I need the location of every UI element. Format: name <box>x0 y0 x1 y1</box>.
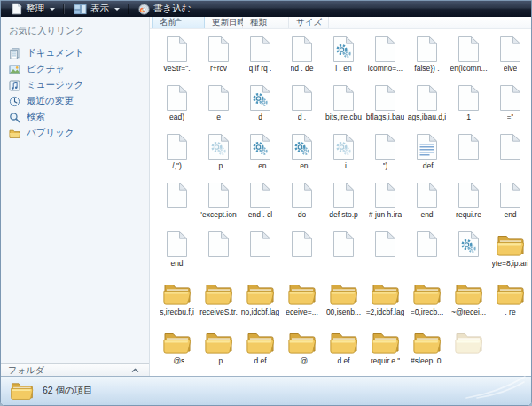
file-item[interactable]: veStr=". <box>156 34 198 82</box>
file-item[interactable]: bflags,i.bau <box>364 82 406 131</box>
file-item[interactable] <box>448 131 489 180</box>
folder-icon <box>10 380 34 402</box>
sidebar-item-documents[interactable]: ドキュメント <box>9 45 149 61</box>
file-item[interactable]: receiveS.tr. <box>198 277 239 326</box>
sidebar-item-pictures[interactable]: ピクチャ <box>9 61 149 77</box>
file-item[interactable] <box>239 229 281 277</box>
file-name: . p <box>215 161 223 170</box>
file-item[interactable]: false}) . <box>406 34 448 82</box>
file-item[interactable]: no,idcbf.lag <box>239 277 281 326</box>
file-item[interactable] <box>323 229 364 277</box>
file-item[interactable]: =2,idcbf.lag <box>364 277 406 326</box>
file-item[interactable]: icomno=... <box>364 34 406 82</box>
folder-icon <box>412 277 442 307</box>
file-item[interactable]: d.ef <box>323 326 364 375</box>
file-item[interactable]: . @s <box>156 326 198 375</box>
sidebar-item-recent-changes[interactable]: 最近の変更 <box>9 93 149 109</box>
file-item[interactable]: e <box>198 82 239 131</box>
file-item[interactable]: r+rcv <box>198 34 239 82</box>
file-item[interactable]: # jun h.ira <box>364 180 406 229</box>
folder-icon <box>287 277 317 307</box>
file-name: /,") <box>172 161 182 170</box>
doc-icon <box>249 229 271 258</box>
column-header-date-modified[interactable]: 更新日時 <box>205 17 243 28</box>
sidebar-item-search[interactable]: 検索 <box>9 109 149 125</box>
file-item[interactable]: #sleep. 0. <box>406 326 448 375</box>
file-item[interactable]: nd . de <box>281 34 323 82</box>
column-header-type[interactable]: 種類 <box>243 17 289 28</box>
file-item[interactable]: . @ <box>281 326 323 375</box>
file-item[interactable]: end <box>489 180 531 229</box>
doc-icon <box>207 82 230 112</box>
folders-bar[interactable]: フォルダ <box>1 363 149 376</box>
file-item[interactable]: . p <box>198 131 239 180</box>
file-item[interactable]: s,irecbu.f,i <box>156 277 198 326</box>
file-name: e <box>216 113 221 121</box>
column-header-size[interactable]: サイズ <box>289 17 329 28</box>
file-item[interactable]: requir.e " <box>364 326 406 375</box>
doc-icon <box>458 131 480 160</box>
file-item[interactable]: eceive=... <box>281 277 323 326</box>
folder-icon <box>246 326 275 355</box>
file-item[interactable] <box>281 229 323 277</box>
file-item[interactable]: ") <box>364 131 406 180</box>
file-item[interactable]: . i <box>323 131 364 180</box>
file-item[interactable]: . p <box>198 326 239 375</box>
file-item[interactable] <box>198 229 239 277</box>
file-item[interactable]: do <box>281 180 323 229</box>
file-item[interactable]: ags,ibau.d,i <box>406 82 448 131</box>
file-item[interactable] <box>489 131 531 180</box>
file-item[interactable]: requi.re <box>448 180 489 229</box>
file-name: en(icomn... <box>450 64 487 73</box>
file-item[interactable]: 00,isenb... <box>323 277 364 326</box>
burn-disc-icon <box>138 4 150 15</box>
file-item[interactable]: end <box>406 180 448 229</box>
file-item[interactable]: . re <box>489 277 531 326</box>
file-item[interactable] <box>406 229 448 277</box>
file-item[interactable]: . en <box>281 131 323 180</box>
doc-icon <box>374 82 396 112</box>
file-item[interactable]: ead) <box>156 82 198 131</box>
chevron-down-icon <box>50 8 55 11</box>
column-header-name[interactable]: 名前 <box>152 17 205 28</box>
file-item[interactable]: bits,ire.cbu <box>323 82 364 131</box>
file-item[interactable]: 1 <box>448 82 489 131</box>
file-item[interactable]: eive <box>489 34 531 82</box>
burn-button[interactable]: 書き込む <box>133 2 197 16</box>
file-item[interactable]: d . <box>281 82 323 131</box>
file-item[interactable]: q if rq . <box>239 34 281 82</box>
doc-icon <box>374 180 396 209</box>
sidebar-item-music[interactable]: ミュージック <box>9 77 149 93</box>
sidebar-item-public[interactable]: パブリック <box>9 125 149 141</box>
file-item[interactable] <box>448 326 489 375</box>
file-item[interactable]: def sto.p <box>323 180 364 229</box>
file-item[interactable]: =0,irecb... <box>406 277 448 326</box>
file-item[interactable]: end . cl <box>239 180 281 229</box>
file-name: no,idcbf.lag <box>241 308 279 316</box>
file-item[interactable] <box>448 229 489 277</box>
file-item[interactable]: l . en <box>323 34 364 82</box>
file-item[interactable]: end <box>156 229 198 277</box>
file-item[interactable]: en(icomn... <box>448 34 489 82</box>
file-item[interactable]: .def <box>406 131 448 180</box>
file-name: ags,ibau.d,i <box>408 113 446 121</box>
file-item[interactable]: /,") <box>156 131 198 180</box>
file-name: ead) <box>169 113 184 121</box>
file-item[interactable] <box>364 229 406 277</box>
file-item[interactable]: d.ef <box>239 326 281 375</box>
file-item[interactable]: yte=8,ip.ari <box>489 229 531 277</box>
file-name: icomno=... <box>368 64 403 73</box>
organize-button[interactable]: 整理 <box>5 2 60 16</box>
file-name: yte=8,ip.ari <box>492 259 529 268</box>
status-bar: 62 個の項目 <box>1 376 531 405</box>
views-button[interactable]: 表示 <box>68 2 125 16</box>
toolbar-separator <box>64 4 65 14</box>
file-item[interactable]: =" <box>489 82 531 131</box>
file-item[interactable]: ~@recei... <box>448 277 489 326</box>
file-item[interactable]: . en <box>239 131 281 180</box>
file-item[interactable]: d <box>239 82 281 131</box>
file-item[interactable] <box>156 180 198 229</box>
doc-icon <box>458 82 480 112</box>
file-item[interactable]: 'except.ion <box>198 180 239 229</box>
folder-icon <box>329 277 358 307</box>
